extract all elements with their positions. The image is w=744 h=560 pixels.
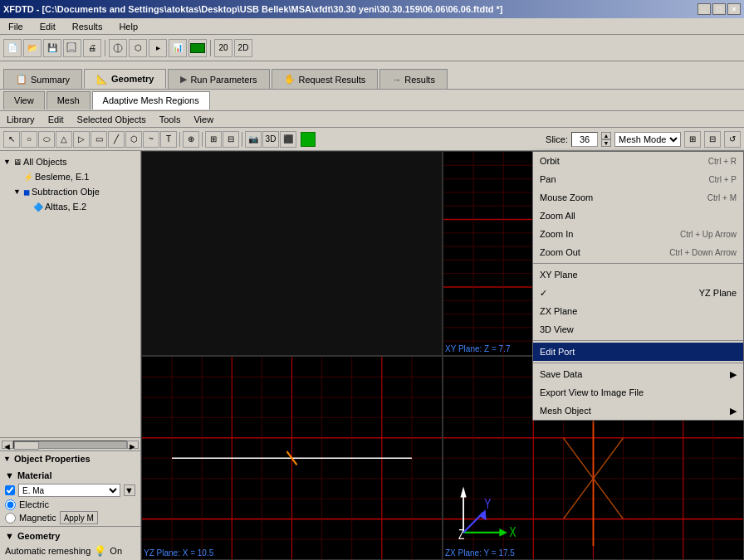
ctx-zx-plane[interactable]: ZX Plane [533, 302, 743, 320]
draw-btn-camera[interactable]: 📷 [245, 131, 262, 148]
toolbar-btn-6[interactable]: ⬡ [129, 39, 147, 57]
summary-icon: 📋 [16, 74, 27, 85]
material-checkbox[interactable] [5, 485, 15, 495]
second-menu-tools[interactable]: Tools [156, 113, 184, 126]
toolbar-btn-7[interactable]: ▸ [149, 39, 167, 57]
scroll-left[interactable]: ◄ [2, 441, 13, 449]
object-properties-header[interactable]: ▼ Object Properties [0, 451, 140, 466]
material-color-btn[interactable]: ▼ [124, 485, 135, 496]
tab-geometry[interactable]: 📐 Geometry [84, 69, 166, 89]
view-btn-2[interactable]: ⊟ [704, 131, 721, 148]
draw-btn-3d[interactable]: 3D [262, 131, 279, 148]
menu-help[interactable]: Help [114, 20, 143, 33]
window-controls[interactable]: _ □ × [698, 3, 741, 15]
draw-btn-circle[interactable]: ○ [21, 131, 37, 148]
save-button[interactable]: 💾 [43, 39, 61, 57]
draw-btn-pointer[interactable]: ↖ [3, 131, 20, 148]
draw-btn-curve[interactable]: ~ [143, 131, 159, 148]
draw-btn-rect[interactable]: ▭ [91, 131, 107, 148]
ctx-save-data[interactable]: Save Data ▶ [533, 365, 743, 383]
tab-results[interactable]: → Results [379, 69, 448, 89]
draw-btn-triangle[interactable]: △ [56, 131, 72, 148]
tab-run-parameters[interactable]: ▶ Run Parameters [168, 69, 269, 89]
scroll-right[interactable]: ► [127, 441, 139, 449]
expander-all[interactable]: ▼ [3, 158, 13, 166]
expander-besleme [13, 173, 23, 181]
view-btn-1[interactable]: ⊞ [684, 131, 701, 148]
canvas-area: XY Plane: Z = 7.7 [141, 151, 744, 560]
minimize-button[interactable]: _ [698, 3, 711, 15]
draw-btn-grid[interactable]: ⊞ [205, 131, 222, 148]
ctx-zoom-in[interactable]: Zoom In Ctrl + Up Arrow [533, 225, 743, 243]
draw-btn-arrow[interactable]: ▷ [73, 131, 90, 148]
second-menu-selected-objects[interactable]: Selected Objects [74, 113, 149, 126]
ctx-sep-3 [533, 363, 743, 363]
draw-btn-poly[interactable]: ⬡ [125, 131, 142, 148]
material-header[interactable]: ▼ Material [5, 468, 135, 483]
geometry-triangle-icon: ▼ [5, 531, 14, 541]
toolbar-btn-9[interactable] [188, 39, 207, 57]
ctx-export-view[interactable]: Export View to Image File [533, 383, 743, 402]
tree-node-besleme[interactable]: ⚡ Besleme, E.1 [3, 169, 137, 184]
ctx-orbit[interactable]: Orbit Ctrl + R [533, 152, 743, 170]
expander-subtraction[interactable]: ▼ [13, 187, 23, 196]
draw-btn-line[interactable]: ╱ [108, 131, 125, 148]
ctx-zoom-out[interactable]: Zoom Out Ctrl + Down Arrow [533, 243, 743, 261]
draw-btn-render[interactable]: ⬛ [280, 131, 296, 148]
toolbar-btn-5[interactable] [109, 39, 127, 57]
ctx-zoom-all[interactable]: Zoom All [533, 207, 743, 225]
ctx-mesh-object[interactable]: Mesh Object ▶ [533, 402, 743, 420]
second-menu-view[interactable]: View [190, 113, 217, 126]
draw-btn-text[interactable]: T [160, 131, 177, 148]
apply-button[interactable]: Apply M [60, 511, 98, 524]
ctx-zoom-all-label: Zoom All [540, 211, 575, 221]
tree-node-subtraction[interactable]: ▼ ◼ Subtraction Obje [3, 184, 137, 199]
ctx-3d-view[interactable]: 3D View [533, 320, 743, 338]
save-as-button[interactable] [63, 39, 81, 57]
material-section: ▼ Material E. Ma ▼ Electric Magnetic [0, 466, 140, 526]
print-button[interactable]: 🖨 [83, 39, 101, 57]
view-btn-3[interactable]: ↺ [724, 131, 741, 148]
menu-file[interactable]: File [3, 20, 28, 33]
ctx-yz-plane-label: YZ Plane [699, 288, 737, 298]
draw-btn-ellipse[interactable]: ⬭ [38, 131, 55, 148]
section-tab-view[interactable]: View [3, 91, 45, 110]
menu-edit[interactable]: Edit [35, 20, 61, 33]
ctx-xy-plane[interactable]: XY Plane [533, 265, 743, 284]
second-menu-edit[interactable]: Edit [45, 113, 67, 126]
viewport-top-left[interactable] [141, 151, 443, 356]
toolbar-btn-10[interactable]: 20 [214, 39, 232, 57]
slice-input[interactable] [571, 132, 598, 147]
electric-radio[interactable] [5, 499, 16, 510]
section-tab-adaptive[interactable]: Adaptive Mesh Regions [92, 91, 210, 110]
ctx-mouse-zoom[interactable]: Mouse Zoom Ctrl + M [533, 188, 743, 207]
slice-up[interactable]: ▲ [601, 132, 611, 139]
toolbar-btn-8[interactable]: 📊 [169, 39, 187, 57]
maximize-button[interactable]: □ [712, 3, 726, 15]
tree-scrollbar[interactable]: ◄ ► [0, 437, 140, 450]
ctx-yz-plane[interactable]: ✓ YZ Plane [533, 284, 743, 302]
mesh-mode-select[interactable]: Mesh Mode View Mode [614, 132, 681, 147]
open-button[interactable]: 📂 [23, 39, 42, 57]
material-dropdown[interactable]: E. Ma [18, 484, 120, 497]
tree-node-alttas[interactable]: 🔷 Alttas, E.2 [3, 199, 137, 214]
magnetic-radio[interactable] [5, 513, 16, 523]
geometry-section-header[interactable]: ▼ Geometry [5, 528, 135, 543]
viewport-yz[interactable]: YZ Plane: X = 10.5 [141, 356, 443, 561]
menu-results[interactable]: Results [67, 20, 108, 33]
tab-request-results[interactable]: ✋ Request Results [272, 69, 379, 89]
close-button[interactable]: × [727, 3, 741, 15]
draw-btn-magnet[interactable]: ⊕ [183, 131, 199, 148]
ctx-edit-port[interactable]: Edit Port [533, 343, 743, 361]
scroll-thumb[interactable] [14, 441, 39, 450]
slice-down[interactable]: ▼ [601, 139, 611, 147]
ctx-pan[interactable]: Pan Ctrl + P [533, 170, 743, 188]
toolbar-btn-11[interactable]: 2D [234, 39, 252, 57]
draw-btn-snap[interactable]: ⊟ [223, 131, 239, 148]
second-menu-library[interactable]: Library [3, 113, 38, 126]
section-tab-mesh[interactable]: Mesh [46, 91, 91, 110]
tree-node-all-objects[interactable]: ▼ 🖥 All Objects [3, 154, 137, 169]
scroll-track[interactable] [13, 441, 127, 449]
tab-summary[interactable]: 📋 Summary [3, 69, 82, 89]
new-button[interactable]: 📄 [3, 39, 22, 57]
